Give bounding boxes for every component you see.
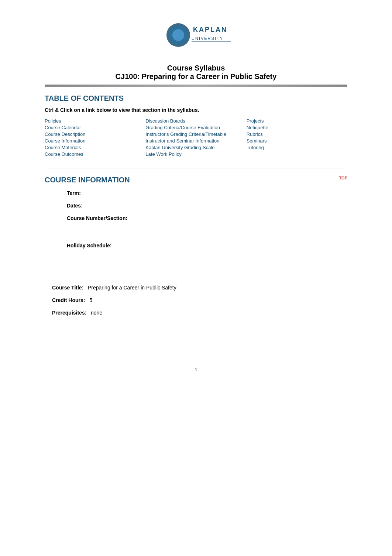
course-number-label: Course Number/Section: (67, 215, 127, 221)
course-title-label: Course Title: (52, 285, 83, 291)
toc-column-1: Policies Course Calendar Course Descript… (45, 118, 145, 157)
spacer-2 (45, 255, 347, 270)
holiday-row: Holiday Schedule: (45, 243, 347, 248)
toc-link-grading[interactable]: Grading Criteria/Course Evaluation (145, 125, 246, 130)
spacer-4 (45, 322, 347, 337)
svg-point-2 (172, 29, 184, 41)
toc-heading: TABLE OF CONTENTS (45, 94, 347, 103)
toc-link-instructor-grading[interactable]: Instructor's Grading Criteria/Timetable (145, 131, 246, 137)
toc-link-calendar[interactable]: Course Calendar (45, 125, 145, 130)
header-divider (45, 85, 347, 87)
toc-column-3: Projects Netiquette Rubrics Seminars Tut… (247, 118, 347, 157)
toc-link-description[interactable]: Course Description (45, 131, 145, 137)
credit-hours-label: Credit Hours: (52, 297, 85, 303)
toc-link-late-work[interactable]: Late Work Policy (145, 151, 246, 157)
section-header-row: COURSE INFORMATION TOP (45, 176, 347, 184)
prerequisites-row: Prerequisites: none (45, 310, 347, 316)
toc-link-grading-scale[interactable]: Kaplan University Grading Scale (145, 145, 246, 150)
page-number: 1 (45, 367, 347, 372)
toc-link-outcomes[interactable]: Course Outcomes (45, 151, 145, 157)
term-row: Term: (45, 190, 347, 196)
credit-hours-row: Credit Hours: 5 (45, 297, 347, 303)
toc-columns: Policies Course Calendar Course Descript… (45, 118, 347, 157)
prerequisites-label: Prerequisites: (52, 310, 86, 316)
course-information-section: COURSE INFORMATION TOP Term: Dates: Cour… (45, 176, 347, 352)
course-title-section: Course Syllabus CJ100: Preparing for a C… (45, 64, 347, 81)
toc-link-instructor-info[interactable]: Instructor and Seminar Information (145, 138, 246, 144)
dates-row: Dates: (45, 203, 347, 209)
toc-link-materials[interactable]: Course Materials (45, 145, 145, 150)
logo-area: KAPLAN UNIVERSITY (45, 18, 347, 53)
course-title-value: Preparing for a Career in Public Safety (88, 285, 176, 291)
toc-instruction: Ctrl & Click on a link below to view tha… (45, 107, 347, 113)
toc-link-seminars[interactable]: Seminars (247, 138, 347, 144)
credit-hours-value: 5 (89, 297, 92, 303)
toc-link-discussion[interactable]: Discussion Boards (145, 118, 246, 124)
top-link[interactable]: TOP (339, 176, 347, 180)
toc-link-rubrics[interactable]: Rubrics (247, 131, 347, 137)
toc-section: TABLE OF CONTENTS Ctrl & Click on a link… (45, 94, 347, 157)
syllabus-title-line1: Course Syllabus (45, 64, 347, 72)
term-label: Term: (67, 190, 81, 196)
kaplan-logo: KAPLAN UNIVERSITY (159, 18, 233, 52)
toc-link-tutoring[interactable]: Tutoring (247, 145, 347, 150)
holiday-label: Holiday Schedule: (67, 243, 111, 248)
spacer-5 (45, 337, 347, 352)
course-title-row: Course Title: Preparing for a Career in … (45, 285, 347, 291)
course-number-row: Course Number/Section: (45, 215, 347, 221)
prerequisites-value: none (91, 310, 102, 316)
svg-text:UNIVERSITY: UNIVERSITY (192, 36, 223, 41)
spacer-3 (45, 270, 347, 285)
syllabus-title-line2: CJ100: Preparing for a Career in Public … (45, 72, 347, 81)
course-information-heading: COURSE INFORMATION (45, 176, 130, 184)
dates-label: Dates: (67, 203, 83, 209)
spacer-1 (45, 228, 347, 243)
toc-link-policies[interactable]: Policies (45, 118, 145, 124)
toc-link-projects[interactable]: Projects (247, 118, 347, 124)
svg-text:KAPLAN: KAPLAN (193, 26, 227, 33)
section-divider-1 (45, 168, 347, 168)
toc-column-2: Discussion Boards Grading Criteria/Cours… (145, 118, 246, 157)
toc-link-netiquette[interactable]: Netiquette (247, 125, 347, 130)
toc-link-course-info[interactable]: Course Information (45, 138, 145, 144)
